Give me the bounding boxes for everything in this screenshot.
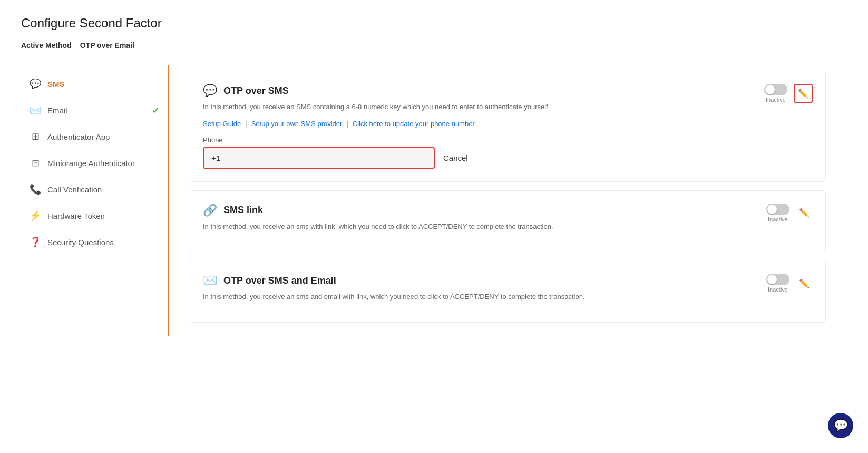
check-icon-email: ✔ xyxy=(152,105,159,115)
method-actions-otp-sms-email: Inactive ✏️ xyxy=(766,274,813,293)
phone-label: Phone xyxy=(203,136,813,144)
method-card-sms-link: Inactive ✏️ 🔗 SMS link In this method, y… xyxy=(190,190,826,253)
breadcrumb-current[interactable]: OTP over Email xyxy=(80,41,134,50)
page-title: Configure Second Factor xyxy=(21,16,847,31)
phone-section: Phone Cancel xyxy=(203,136,813,169)
otp-sms-links: Setup Guide | Setup your own SMS provide… xyxy=(203,120,813,128)
miniorange-icon: ⊟ xyxy=(30,157,41,169)
sidebar-label-hardware-token: Hardware Token xyxy=(47,211,105,220)
otp-sms-title: OTP over SMS xyxy=(223,85,289,97)
call-icon: 📞 xyxy=(30,184,41,195)
toggle-label-otp-sms-email: Inactive xyxy=(768,286,788,293)
method-actions-sms-link: Inactive ✏️ xyxy=(766,204,813,223)
phone-input[interactable] xyxy=(211,153,426,162)
phone-input-wrapper xyxy=(203,147,435,169)
chat-button[interactable]: 💬 xyxy=(828,413,853,438)
sidebar-item-sms[interactable]: 💬 SMS xyxy=(21,71,168,97)
method-actions-otp-sms: Inactive ✏️ xyxy=(764,84,813,103)
otp-sms-method-icon: 💬 xyxy=(203,84,217,98)
sidebar-label-security-questions: Security Questions xyxy=(47,238,114,247)
sidebar-label-miniorange: Miniorange Authenticator xyxy=(47,159,135,168)
sms-icon: 💬 xyxy=(30,78,41,90)
sidebar-label-email: Email xyxy=(47,106,67,115)
method-card-otp-sms-email: Inactive ✏️ ✉️ OTP over SMS and Email In… xyxy=(190,261,826,323)
breadcrumb: Active Method OTP over Email xyxy=(21,41,847,50)
edit-button-otp-sms-email[interactable]: ✏️ xyxy=(796,275,813,292)
sms-link-title: SMS link xyxy=(223,205,263,216)
toggle-label-otp-sms: Inactive xyxy=(766,97,786,103)
main-layout: 💬 SMS ✉️ Email ✔ ⊞ Authenticator App ⊟ M… xyxy=(21,65,847,336)
method-header-sms-link: 🔗 SMS link xyxy=(203,204,813,217)
authenticator-app-icon: ⊞ xyxy=(30,131,41,142)
edit-button-sms-link[interactable]: ✏️ xyxy=(796,205,813,221)
chat-icon: 💬 xyxy=(834,419,848,432)
sms-link-method-icon: 🔗 xyxy=(203,204,217,217)
phone-row: Cancel xyxy=(203,147,813,169)
content-area: Inactive ✏️ 💬 OTP over SMS In this metho… xyxy=(169,65,847,336)
email-icon: ✉️ xyxy=(30,104,41,116)
breadcrumb-active-method[interactable]: Active Method xyxy=(21,41,72,50)
sidebar-item-call-verification[interactable]: 📞 Call Verification xyxy=(21,176,168,203)
method-card-otp-sms: Inactive ✏️ 💬 OTP over SMS In this metho… xyxy=(190,71,826,182)
security-questions-icon: ❓ xyxy=(30,236,41,248)
otp-sms-email-method-icon: ✉️ xyxy=(203,274,217,287)
toggle-sms-link[interactable] xyxy=(766,204,789,215)
otp-sms-email-desc: In this method, you receive an sms and e… xyxy=(203,292,813,302)
sidebar-item-authenticator-app[interactable]: ⊞ Authenticator App xyxy=(21,123,168,150)
page-wrapper: Configure Second Factor Active Method OT… xyxy=(0,0,868,453)
sidebar-label-sms: SMS xyxy=(47,80,65,89)
sidebar-item-hardware-token[interactable]: ⚡ Hardware Token xyxy=(21,203,168,229)
toggle-otp-sms-email[interactable] xyxy=(766,274,789,285)
sms-link-desc: In this method, you receive an sms with … xyxy=(203,221,813,232)
toggle-area-otp-sms: Inactive xyxy=(764,84,787,103)
setup-guide-link[interactable]: Setup Guide xyxy=(203,120,241,128)
edit-button-otp-sms[interactable]: ✏️ xyxy=(794,84,813,103)
sidebar-item-security-questions[interactable]: ❓ Security Questions xyxy=(21,229,168,255)
hardware-token-icon: ⚡ xyxy=(30,210,41,221)
otp-sms-email-title: OTP over SMS and Email xyxy=(223,275,336,286)
toggle-otp-sms[interactable] xyxy=(764,84,787,95)
toggle-area-otp-sms-email: Inactive xyxy=(766,274,789,293)
sidebar-item-email[interactable]: ✉️ Email ✔ xyxy=(21,97,168,123)
method-header-otp-sms-email: ✉️ OTP over SMS and Email xyxy=(203,274,813,287)
cancel-button[interactable]: Cancel xyxy=(441,149,470,167)
sidebar-label-call: Call Verification xyxy=(47,185,102,194)
method-header-otp-sms: 💬 OTP over SMS xyxy=(203,84,813,98)
otp-sms-desc: In this method, you receive an SMS conta… xyxy=(203,102,813,112)
setup-sms-provider-link[interactable]: Setup your own SMS provider xyxy=(251,120,343,128)
sidebar: 💬 SMS ✉️ Email ✔ ⊞ Authenticator App ⊟ M… xyxy=(21,65,169,336)
sidebar-label-authenticator-app: Authenticator App xyxy=(47,132,110,141)
sidebar-item-miniorange-authenticator[interactable]: ⊟ Miniorange Authenticator xyxy=(21,150,168,176)
toggle-label-sms-link: Inactive xyxy=(768,216,788,223)
toggle-area-sms-link: Inactive xyxy=(766,204,789,223)
update-phone-link[interactable]: Click here to update your phone number xyxy=(353,120,475,128)
